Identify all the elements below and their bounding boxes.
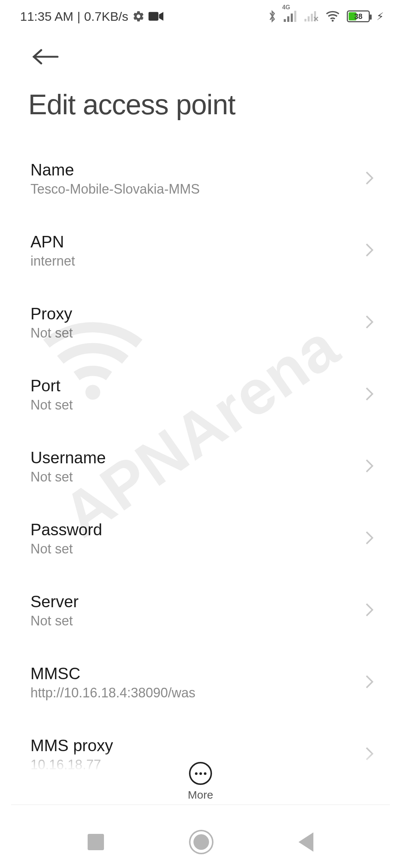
bluetooth-icon xyxy=(267,9,277,23)
chevron-right-icon xyxy=(364,674,375,691)
nav-back-button[interactable] xyxy=(299,832,313,852)
row-label: Server xyxy=(30,592,79,611)
row-label: MMSC xyxy=(30,664,195,683)
row-proxy[interactable]: Proxy Not set xyxy=(11,287,390,359)
row-username[interactable]: Username Not set xyxy=(11,431,390,503)
row-value: Not set xyxy=(30,613,79,629)
svg-rect-6 xyxy=(304,19,306,22)
row-label: Username xyxy=(30,448,106,467)
nav-divider xyxy=(11,805,390,805)
status-sep: | xyxy=(77,9,81,24)
back-button[interactable] xyxy=(29,40,62,73)
svg-rect-1 xyxy=(149,12,159,20)
chevron-right-icon xyxy=(364,315,375,331)
status-left: 11:35 AM | 0.7KB/s xyxy=(20,9,163,24)
row-label: Password xyxy=(30,520,102,539)
status-time: 11:35 AM xyxy=(20,9,74,24)
arrow-left-icon xyxy=(32,48,59,66)
row-port[interactable]: Port Not set xyxy=(11,359,390,431)
wifi-icon xyxy=(325,10,340,22)
row-label: APN xyxy=(30,233,75,251)
row-apn[interactable]: APN internet xyxy=(11,215,390,287)
row-password[interactable]: Password Not set xyxy=(11,503,390,575)
row-value: Not set xyxy=(30,397,73,413)
more-action[interactable]: More xyxy=(0,751,401,801)
row-name[interactable]: Name Tesco-Mobile-Slovakia-MMS xyxy=(11,143,390,215)
row-value: Tesco-Mobile-Slovakia-MMS xyxy=(30,181,200,197)
svg-point-10 xyxy=(332,20,333,22)
svg-rect-4 xyxy=(291,14,293,22)
status-right: 4G 38 ⚡︎ xyxy=(267,9,384,23)
battery-pct: 38 xyxy=(348,12,369,21)
row-value: Not set xyxy=(30,469,106,485)
row-label: Name xyxy=(30,161,200,179)
svg-rect-7 xyxy=(308,16,310,22)
page-title: Edit access point xyxy=(28,88,382,121)
svg-rect-3 xyxy=(287,16,290,22)
row-value: Not set xyxy=(30,541,102,557)
status-speed: 0.7KB/s xyxy=(84,9,128,24)
row-label: Proxy xyxy=(30,305,73,323)
svg-rect-8 xyxy=(311,14,313,22)
nav-home-button[interactable] xyxy=(190,831,212,853)
system-nav-bar xyxy=(0,816,401,868)
row-value: http://10.16.18.4:38090/was xyxy=(30,685,195,701)
signal-nosim-icon xyxy=(304,11,319,22)
chevron-right-icon xyxy=(364,171,375,187)
svg-rect-5 xyxy=(294,11,296,22)
row-label: Port xyxy=(30,377,73,395)
camera-icon xyxy=(149,11,163,22)
chevron-right-icon xyxy=(364,458,375,475)
charging-icon: ⚡︎ xyxy=(376,10,384,23)
nav-recents-button[interactable] xyxy=(88,834,104,850)
row-server[interactable]: Server Not set xyxy=(11,575,390,647)
row-mmsc[interactable]: MMSC http://10.16.18.4:38090/was xyxy=(11,647,390,719)
chevron-right-icon xyxy=(364,387,375,403)
chevron-right-icon xyxy=(364,530,375,547)
more-label: More xyxy=(188,789,213,801)
battery-icon: 38 xyxy=(347,10,370,22)
svg-rect-2 xyxy=(284,19,286,22)
gear-icon xyxy=(132,10,145,23)
chevron-right-icon xyxy=(364,243,375,259)
row-value: Not set xyxy=(30,325,73,341)
row-value: internet xyxy=(30,253,75,269)
signal-4g-icon: 4G xyxy=(284,11,298,22)
more-icon xyxy=(189,762,212,785)
apn-settings-list: Name Tesco-Mobile-Slovakia-MMS APN inter… xyxy=(0,143,401,790)
status-bar: 11:35 AM | 0.7KB/s 4G 38 ⚡︎ xyxy=(0,0,401,33)
chevron-right-icon xyxy=(364,602,375,619)
